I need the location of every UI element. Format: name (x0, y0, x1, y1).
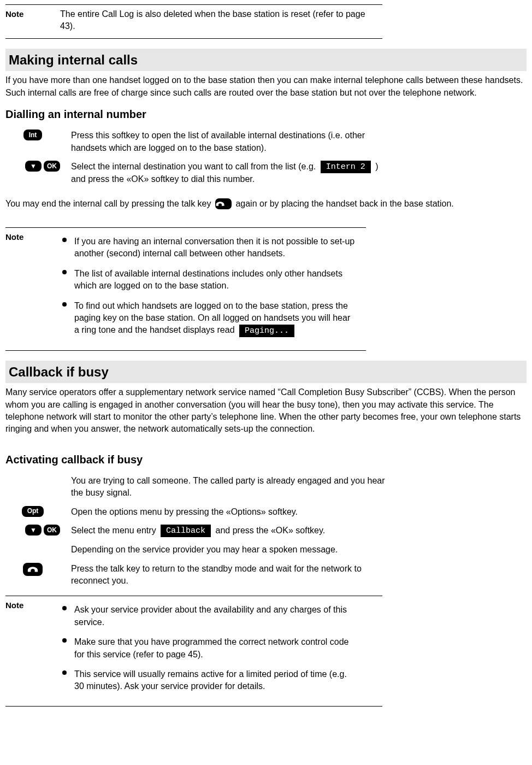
list-item: If you are having an internal conversati… (60, 236, 355, 260)
list-item: This service will usually remains active… (60, 668, 355, 693)
softkey-ok: OK (44, 161, 60, 172)
subheading-activating: Activating callback if busy (5, 452, 527, 467)
note-bullet-list: If you are having an internal conversati… (60, 236, 355, 337)
note-label: Note (5, 8, 49, 33)
text-frag: Select the menu entry (71, 526, 156, 535)
step-int: Int Press this softkey to open the list … (5, 130, 527, 154)
step-text: Press the talk key to return to the stan… (71, 563, 388, 587)
step-keys: ▼ OK (5, 525, 60, 536)
step-text: Select the menu entry Callback and press… (71, 525, 325, 537)
step-pre: You are trying to call someone. The call… (5, 475, 527, 499)
note-block-3: Note Ask your service provider about the… (5, 596, 527, 705)
note-block-top: Note The entire Call Log is also deleted… (5, 5, 527, 38)
softkey-down: ▼ (25, 161, 42, 172)
step-text: Open the options menu by pressing the «O… (71, 506, 298, 518)
note-body: If you are having an internal conversati… (60, 231, 355, 345)
softkey-opt: Opt (22, 506, 44, 517)
step-callback-select: ▼ OK Select the menu entry Callback and … (5, 525, 527, 537)
step-keys: Opt (5, 506, 60, 517)
heading-making-internal-calls: Making internal calls (5, 49, 527, 72)
talk-key-icon (23, 563, 43, 576)
softkey-down: ▼ (25, 525, 42, 536)
rule (5, 38, 382, 39)
end-call-text: You may end the internal call by pressin… (5, 198, 527, 210)
step-text: Press this softkey to open the list of a… (71, 130, 388, 154)
talk-key-icon (215, 198, 232, 209)
step-talk-key: Press the talk key to return to the stan… (5, 563, 527, 587)
step-keys: ▼ OK (5, 161, 60, 172)
list-item: The list of available internal destinati… (60, 268, 355, 292)
list-item: Make sure that you have programmed the c… (60, 636, 355, 661)
step-text: Select the internal destination you want… (71, 161, 388, 186)
step-message: Depending on the service provider you ma… (5, 544, 527, 556)
intro-paragraph: If you have more than one handset logged… (5, 74, 527, 99)
softkey-int: Int (23, 130, 43, 140)
subheading-dialling: Dialling an internal number (5, 107, 527, 122)
rule (5, 706, 382, 707)
step-opt: Opt Open the options menu by pressing th… (5, 506, 527, 518)
display-tag-paging: Paging... (239, 325, 294, 337)
text-frag: To find out which handsets are logged on… (74, 301, 350, 335)
note-text: The entire Call Log is also deleted when… (60, 8, 366, 33)
note-label: Note (5, 599, 49, 700)
step-keys: Int (5, 130, 60, 140)
text-frag: again or by placing the handset back in … (235, 199, 453, 208)
rule (5, 350, 366, 351)
heading-callback: Callback if busy (5, 361, 527, 384)
note-label: Note (5, 231, 49, 345)
note-body: Ask your service provider about the avai… (60, 599, 355, 700)
display-tag-intern2: Intern 2 (321, 161, 371, 173)
step-text: You are trying to call someone. The call… (71, 475, 388, 499)
note-bullet-list: Ask your service provider about the avai… (60, 604, 355, 692)
step-text: Depending on the service provider you ma… (71, 544, 338, 556)
display-tag-callback: Callback (161, 525, 211, 537)
list-item: Ask your service provider about the avai… (60, 604, 355, 628)
step-keys (5, 563, 60, 576)
callback-intro: Many service operators offer a supplemen… (5, 386, 527, 436)
text-frag: and press the «OK» softkey. (216, 526, 326, 535)
softkey-ok: OK (44, 525, 60, 536)
text-frag: Select the internal destination you want… (71, 162, 316, 171)
step-select-intern: ▼ OK Select the internal destination you… (5, 161, 527, 186)
note-block-2: Note If you are having an internal conve… (5, 228, 527, 350)
text-frag: You may end the internal call by pressin… (5, 199, 211, 208)
list-item: To find out which handsets are logged on… (60, 300, 355, 337)
